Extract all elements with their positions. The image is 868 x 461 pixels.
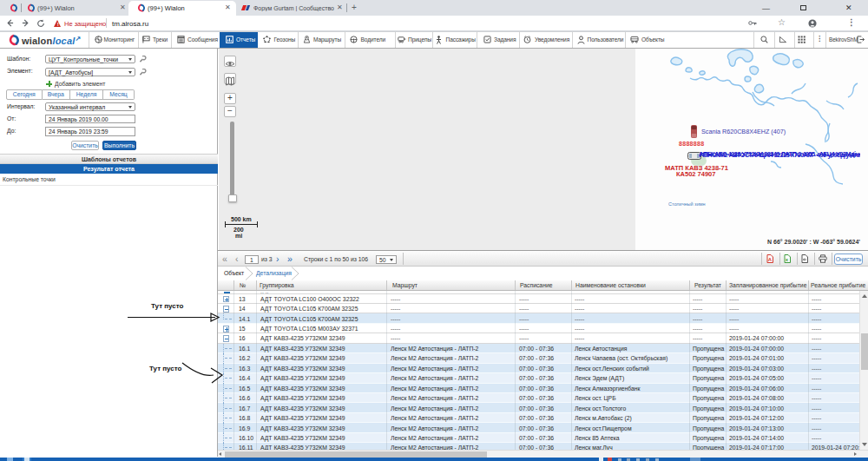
svg-text:Тут пусто: Тут пусто [151,302,184,310]
svg-text:A: A [768,257,773,262]
svg-text:Тут пусто: Тут пусто [149,365,182,372]
